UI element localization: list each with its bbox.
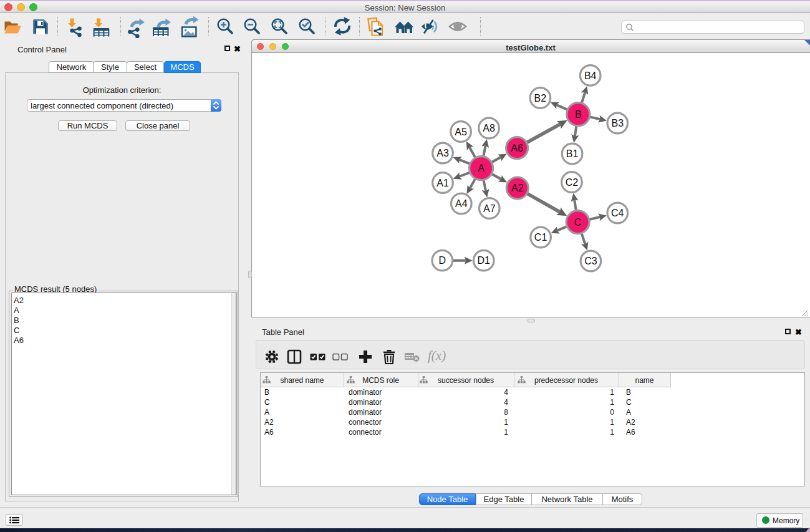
svg-text:A1: A1 (436, 178, 449, 188)
svg-text:C4: C4 (611, 208, 624, 218)
svg-text:A6: A6 (511, 143, 523, 153)
svg-text:C: C (574, 217, 582, 228)
svg-text:B3: B3 (612, 118, 624, 128)
svg-text:A3: A3 (436, 148, 449, 158)
svg-text:D1: D1 (477, 255, 490, 266)
svg-text:D: D (439, 255, 446, 266)
svg-text:A7: A7 (483, 203, 496, 214)
svg-text:A2: A2 (511, 183, 524, 193)
svg-text:B1: B1 (566, 148, 579, 159)
svg-text:A4: A4 (455, 198, 468, 209)
svg-text:B2: B2 (534, 93, 547, 104)
svg-text:A: A (478, 163, 485, 173)
svg-text:B4: B4 (584, 70, 597, 81)
svg-text:C1: C1 (534, 232, 547, 243)
svg-text:B: B (575, 109, 582, 120)
svg-text:C3: C3 (584, 256, 597, 266)
svg-text:A5: A5 (455, 127, 467, 137)
svg-text:A8: A8 (483, 123, 495, 133)
svg-text:C2: C2 (566, 177, 579, 188)
